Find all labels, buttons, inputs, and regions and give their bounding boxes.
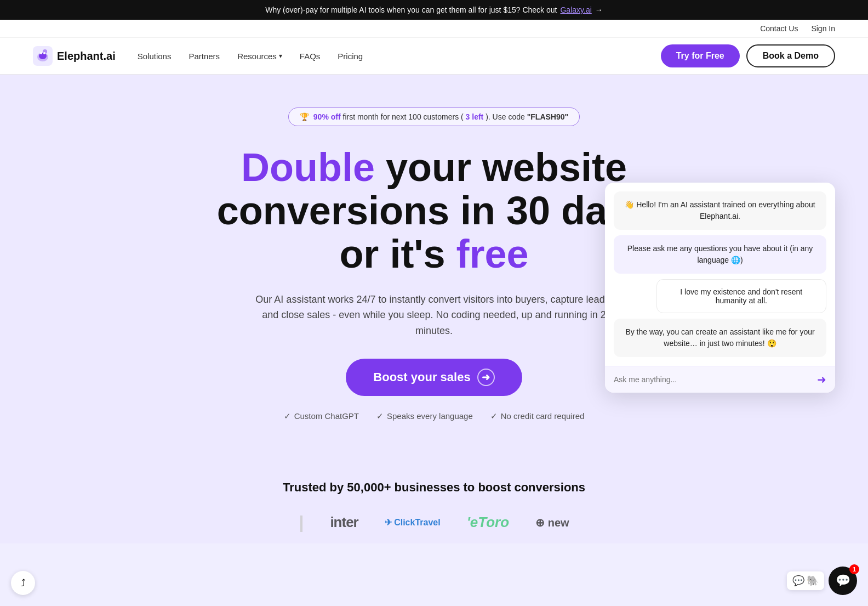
promo-code: "FLASH90" bbox=[527, 112, 569, 121]
chat-input[interactable] bbox=[614, 375, 813, 384]
feature-badge-chatgpt: ✓ Custom ChatGPT bbox=[284, 411, 359, 421]
feature-badge-language: ✓ Speaks every language bbox=[376, 411, 473, 421]
promo-badge: 🏆 90% off first month for next 100 custo… bbox=[288, 107, 580, 126]
chat-input-bar[interactable]: ➜ bbox=[605, 366, 835, 393]
check-icon-2: ✓ bbox=[376, 411, 384, 421]
headline-free: free bbox=[456, 232, 529, 276]
logo-text: Elephant.ai bbox=[57, 50, 116, 63]
headline-part2: your website bbox=[375, 145, 627, 189]
cta-arrow-icon: ➜ bbox=[477, 369, 495, 386]
sign-in-link[interactable]: Sign In bbox=[811, 24, 835, 33]
promo-icon: 🏆 bbox=[300, 112, 309, 121]
try-for-free-button[interactable]: Try for Free bbox=[661, 44, 740, 67]
hero-subtitle: Our AI assistant works 24/7 to instantly… bbox=[248, 292, 620, 339]
headline-part3: conversions in 30 days bbox=[217, 189, 651, 233]
feature-label-1: Custom ChatGPT bbox=[294, 411, 359, 421]
chat-message-1-text: 👋 Hello! I'm an AI assistant trained on … bbox=[625, 200, 815, 220]
brand-etoro: 'eToro bbox=[467, 514, 509, 531]
chat-messages: 👋 Hello! I'm an AI assistant trained on … bbox=[605, 183, 835, 366]
nav-solutions[interactable]: Solutions bbox=[138, 52, 172, 61]
nav-faqs[interactable]: FAQs bbox=[300, 52, 321, 61]
nav-resources-label: Resources bbox=[237, 52, 277, 61]
headline-double: Double bbox=[241, 145, 375, 189]
nav-pricing[interactable]: Pricing bbox=[338, 52, 363, 61]
brand-new: ⊕ new bbox=[535, 516, 569, 529]
feature-label-3: No credit card required bbox=[501, 411, 585, 421]
banner-link[interactable]: Galaxy.ai bbox=[560, 5, 591, 14]
chat-message-4: By the way, you can create an assistant … bbox=[614, 319, 826, 357]
brand-divider: | bbox=[299, 512, 304, 533]
contact-us-link[interactable]: Contact Us bbox=[760, 24, 798, 33]
trusted-title: Trusted by 50,000+ businesses to boost c… bbox=[22, 480, 846, 495]
nav-utility-bar: Contact Us Sign In bbox=[0, 20, 868, 38]
chat-message-1: 👋 Hello! I'm an AI assistant trained on … bbox=[614, 191, 826, 230]
chat-widget: 👋 Hello! I'm an AI assistant trained on … bbox=[605, 183, 835, 393]
check-icon-1: ✓ bbox=[284, 411, 291, 421]
promo-text-after: first month for next 100 customers ( bbox=[343, 112, 464, 121]
chat-message-3: I love my existence and don't resent hum… bbox=[656, 279, 826, 313]
nav-partners[interactable]: Partners bbox=[189, 52, 220, 61]
top-banner: Why (over)-pay for multiple AI tools whe… bbox=[0, 0, 868, 20]
cta-label: Boost your sales bbox=[373, 370, 470, 384]
main-nav: Elephant.ai Solutions Partners Resources… bbox=[0, 38, 868, 75]
feature-badge-no-card: ✓ No credit card required bbox=[490, 411, 585, 421]
nav-resources[interactable]: Resources ▾ bbox=[237, 52, 282, 61]
nav-actions: Try for Free Book a Demo bbox=[661, 44, 835, 67]
chat-message-2-text: Please ask me any questions you have abo… bbox=[627, 244, 813, 264]
feature-badges: ✓ Custom ChatGPT ✓ Speaks every language… bbox=[22, 411, 846, 421]
check-icon-3: ✓ bbox=[490, 411, 498, 421]
chat-message-2: Please ask me any questions you have abo… bbox=[614, 235, 826, 274]
click-icon: ✈ bbox=[385, 518, 392, 527]
svg-point-5 bbox=[43, 52, 45, 54]
feature-label-2: Speaks every language bbox=[387, 411, 473, 421]
book-demo-button[interactable]: Book a Demo bbox=[746, 44, 835, 67]
logo[interactable]: Elephant.ai bbox=[33, 46, 116, 66]
boost-sales-button[interactable]: Boost your sales ➜ bbox=[346, 359, 522, 396]
brand-inter: inter bbox=[330, 514, 358, 531]
promo-off: 90% off bbox=[313, 112, 341, 121]
headline-part4: or it's bbox=[339, 232, 456, 276]
nav-links: Solutions Partners Resources ▾ FAQs Pric… bbox=[138, 52, 661, 61]
chevron-down-icon: ▾ bbox=[279, 52, 282, 60]
chat-message-4-text: By the way, you can create an assistant … bbox=[625, 327, 814, 348]
send-icon[interactable]: ➜ bbox=[817, 373, 826, 386]
logos-row: | inter ✈ ClickTravel 'eToro ⊕ new bbox=[22, 512, 846, 533]
brand-clicktravel: ✈ ClickTravel bbox=[385, 517, 441, 528]
chat-message-3-text: I love my existence and don't resent hum… bbox=[680, 287, 802, 305]
promo-text-end: ). Use code bbox=[486, 112, 525, 121]
trusted-section: Trusted by 50,000+ businesses to boost c… bbox=[0, 458, 868, 543]
new-icon: ⊕ bbox=[535, 517, 545, 529]
hero-section: 🏆 90% off first month for next 100 custo… bbox=[0, 75, 868, 458]
banner-text-before: Why (over)-pay for multiple AI tools whe… bbox=[265, 5, 557, 14]
promo-left-count: 3 left bbox=[466, 112, 484, 121]
logo-icon bbox=[33, 46, 53, 66]
promo-text: 90% off first month for next 100 custome… bbox=[313, 112, 568, 121]
svg-point-4 bbox=[40, 52, 42, 54]
banner-arrow: → bbox=[595, 5, 603, 14]
